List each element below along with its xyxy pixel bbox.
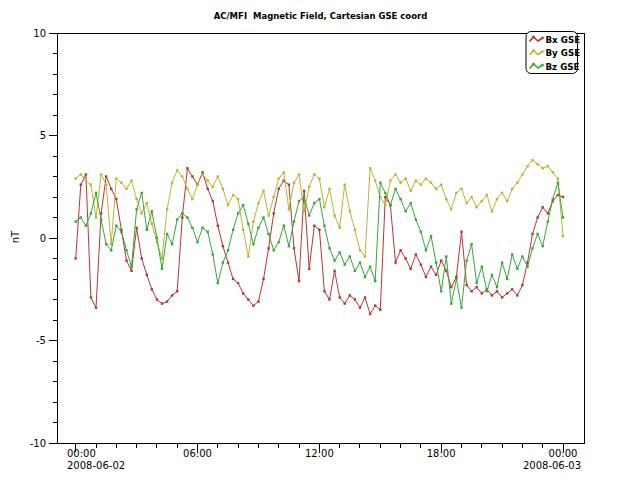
data-point-marker <box>374 280 376 282</box>
x-tick-label: 06:00 <box>183 448 212 459</box>
data-point-marker <box>196 241 198 243</box>
data-point-marker <box>516 294 518 296</box>
data-point-marker <box>252 220 254 222</box>
data-point-marker <box>100 218 102 220</box>
data-point-marker <box>562 216 564 218</box>
data-point-marker <box>379 309 381 311</box>
data-point-marker <box>542 167 544 169</box>
data-point-marker <box>542 206 544 208</box>
data-point-marker <box>491 210 493 212</box>
data-point-marker <box>303 190 305 192</box>
y-tick-label: 5 <box>40 130 46 141</box>
data-point-marker <box>135 208 137 210</box>
data-point-marker <box>318 198 320 200</box>
data-point-marker <box>186 216 188 218</box>
legend: Bx GSEBy GSEBz GSE <box>526 32 580 74</box>
data-point-marker <box>349 210 351 212</box>
data-point-marker <box>359 307 361 309</box>
data-point-marker <box>516 268 518 270</box>
data-point-marker <box>278 241 280 243</box>
data-point-marker <box>196 184 198 186</box>
data-point-marker <box>257 227 259 229</box>
data-point-marker <box>450 302 452 304</box>
legend-label: Bx GSE <box>546 35 581 45</box>
x-axis: 00:002008-06-0206:0012:0018:0000:002008-… <box>67 443 581 471</box>
data-point-marker <box>364 296 366 298</box>
data-point-marker <box>95 192 97 194</box>
data-point-marker <box>455 192 457 194</box>
data-point-marker <box>420 231 422 233</box>
data-point-marker <box>344 302 346 304</box>
data-point-marker <box>151 223 153 225</box>
data-point-marker <box>146 274 148 276</box>
data-point-marker <box>303 196 305 198</box>
data-point-marker <box>491 274 493 276</box>
data-point-marker <box>333 259 335 261</box>
data-point-marker <box>318 177 320 179</box>
data-point-marker <box>333 270 335 272</box>
data-point-marker <box>130 179 132 181</box>
data-point-marker <box>354 229 356 231</box>
data-point-marker <box>222 245 224 247</box>
data-point-marker <box>339 227 341 229</box>
data-point-marker <box>435 188 437 190</box>
data-point-marker <box>506 200 508 202</box>
data-point-marker <box>80 184 82 186</box>
data-point-marker <box>389 204 391 206</box>
data-point-marker <box>425 276 427 278</box>
data-point-marker <box>222 188 224 190</box>
data-point-marker <box>242 229 244 231</box>
data-point-marker <box>227 249 229 251</box>
x-tick-date-label: 2008-06-02 <box>67 460 125 471</box>
data-point-marker <box>536 216 538 218</box>
data-point-marker <box>308 214 310 216</box>
data-point-marker <box>435 274 437 276</box>
data-point-marker <box>293 247 295 249</box>
data-point-marker <box>262 278 264 280</box>
data-point-marker <box>227 261 229 263</box>
data-point-marker <box>217 225 219 227</box>
data-point-marker <box>212 186 214 188</box>
data-point-marker <box>399 249 401 251</box>
data-point-marker <box>110 249 112 251</box>
data-point-marker <box>536 163 538 165</box>
data-point-marker <box>562 235 564 237</box>
data-point-marker <box>349 255 351 257</box>
data-point-marker <box>328 188 330 190</box>
data-point-marker <box>394 188 396 190</box>
data-point-marker <box>161 268 163 270</box>
data-point-marker <box>156 298 158 300</box>
data-point-marker <box>135 227 137 229</box>
y-tick-label: 10 <box>33 28 46 39</box>
x-tick-label: 18:00 <box>427 448 456 459</box>
data-point-marker <box>75 177 77 179</box>
data-point-marker <box>232 229 234 231</box>
data-point-marker <box>308 268 310 270</box>
data-point-marker <box>506 292 508 294</box>
y-tick-label: -5 <box>36 335 46 346</box>
data-point-marker <box>257 300 259 302</box>
data-point-marker <box>166 233 168 235</box>
data-point-marker <box>460 188 462 190</box>
data-point-marker <box>130 266 132 268</box>
data-point-marker <box>328 298 330 300</box>
series-bz-gse <box>75 182 565 309</box>
data-point-marker <box>141 192 143 194</box>
data-point-marker <box>542 245 544 247</box>
data-point-marker <box>374 304 376 306</box>
data-point-marker <box>186 188 188 190</box>
data-point-marker <box>247 223 249 225</box>
data-point-marker <box>531 247 533 249</box>
y-tick-label: -10 <box>30 438 46 449</box>
data-point-marker <box>384 204 386 206</box>
data-point-marker <box>161 302 163 304</box>
data-point-marker <box>349 294 351 296</box>
data-point-marker <box>323 225 325 227</box>
data-point-marker <box>186 167 188 169</box>
data-point-marker <box>171 294 173 296</box>
data-point-marker <box>222 261 224 263</box>
data-point-marker <box>323 290 325 292</box>
data-point-marker <box>115 177 117 179</box>
data-point-marker <box>496 286 498 288</box>
data-point-marker <box>217 282 219 284</box>
